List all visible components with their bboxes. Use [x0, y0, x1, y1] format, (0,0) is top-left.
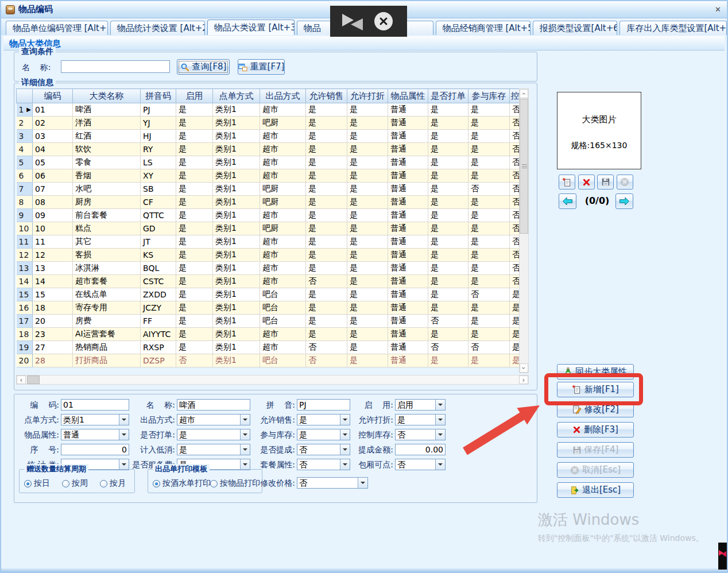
- table-cell[interactable]: 是: [176, 315, 213, 328]
- radio-option[interactable]: 按酒水单打印: [153, 478, 211, 489]
- row-number-cell[interactable]: 6: [17, 169, 33, 183]
- table-row[interactable]: 1414超市套餐CSTC是类别1超市否是普通是是否: [17, 275, 521, 288]
- table-cell[interactable]: 是: [306, 288, 347, 301]
- code-field[interactable]: 01: [61, 399, 129, 411]
- table-cell[interactable]: 是: [347, 235, 388, 249]
- tab-category[interactable]: 物品大类设置 [Alt+3]: [207, 20, 295, 35]
- table-cell[interactable]: 类别1: [213, 196, 260, 209]
- table-cell[interactable]: 是: [468, 328, 510, 341]
- column-header[interactable]: 拼音码: [141, 89, 176, 103]
- table-cell[interactable]: 类别1: [213, 249, 260, 262]
- table-cell[interactable]: 否: [468, 288, 510, 301]
- table-cell[interactable]: 水吧: [73, 183, 141, 196]
- table-cell[interactable]: 08: [33, 196, 73, 209]
- table-cell[interactable]: 是: [176, 143, 213, 156]
- produce-type-select[interactable]: 超市: [177, 414, 250, 425]
- table-cell[interactable]: QTTC: [141, 209, 176, 222]
- table-cell[interactable]: YJ: [141, 117, 176, 130]
- table-cell[interactable]: 超市: [260, 249, 306, 262]
- table-horizontal-scrollbar[interactable]: ‹ ›: [16, 375, 529, 385]
- commission-amt-field[interactable]: 0.00: [395, 444, 446, 455]
- table-cell[interactable]: JCZY: [141, 301, 176, 315]
- table-cell[interactable]: RXSP: [141, 341, 176, 354]
- table-cell[interactable]: 超市: [260, 156, 306, 169]
- table-row[interactable]: 1111其它JT是类别1超市是是普通是是否: [17, 235, 521, 249]
- table-cell[interactable]: 类别1: [213, 262, 260, 275]
- table-cell[interactable]: 是: [468, 315, 510, 328]
- image-add-button[interactable]: [559, 175, 575, 189]
- enabled-select[interactable]: 启用: [395, 399, 446, 411]
- table-cell[interactable]: 是: [347, 196, 388, 209]
- table-cell[interactable]: 厨房: [73, 196, 141, 209]
- table-cell[interactable]: 是: [428, 249, 468, 262]
- table-cell[interactable]: 类别1: [213, 235, 260, 249]
- table-row[interactable]: 1823AI运营套餐AIYYTC是类别1超市是是普通是是是: [17, 328, 521, 341]
- table-cell[interactable]: 是: [347, 288, 388, 301]
- order-type-select[interactable]: 类别1: [61, 414, 129, 425]
- table-row[interactable]: 202洋酒YJ是类别1吧厨是是普通是是否: [17, 117, 521, 130]
- table-cell[interactable]: 是: [306, 169, 347, 183]
- table-cell[interactable]: 23: [33, 328, 73, 341]
- table-cell[interactable]: 冰淇淋: [73, 262, 141, 275]
- cancel-button[interactable]: 取消[Esc]: [557, 462, 634, 478]
- table-cell[interactable]: 27: [33, 341, 73, 354]
- table-row[interactable]: 1618寄存专用JCZY是类别1吧台是是普通是是是: [17, 301, 521, 315]
- table-cell[interactable]: 是: [468, 262, 510, 275]
- table-cell[interactable]: PJ: [141, 103, 176, 117]
- exit-button[interactable]: 退出[Esc]: [557, 482, 634, 498]
- save-button[interactable]: 保存[F4]: [557, 442, 634, 458]
- table-cell[interactable]: 是: [306, 103, 347, 117]
- table-cell[interactable]: 是: [468, 301, 510, 315]
- table-cell[interactable]: 否: [428, 315, 468, 328]
- table-cell[interactable]: 是: [468, 169, 510, 183]
- table-cell[interactable]: 是: [176, 301, 213, 315]
- table-cell[interactable]: 13: [33, 262, 73, 275]
- table-cell[interactable]: 超市: [260, 275, 306, 288]
- table-cell[interactable]: 吧台: [260, 288, 306, 301]
- table-cell[interactable]: 是: [347, 143, 388, 156]
- table-cell[interactable]: 普通: [388, 288, 428, 301]
- chevron-down-icon[interactable]: [240, 429, 250, 440]
- radio-button-icon[interactable]: [153, 480, 160, 487]
- table-cell[interactable]: 否: [468, 341, 510, 354]
- recorder-corner-chip[interactable]: [718, 543, 727, 570]
- table-cell[interactable]: 普通: [388, 235, 428, 249]
- chevron-down-icon[interactable]: [358, 478, 367, 488]
- table-cell[interactable]: 类别1: [213, 341, 260, 354]
- table-cell[interactable]: 超市: [260, 235, 306, 249]
- table-cell[interactable]: 超市: [260, 130, 306, 143]
- table-row[interactable]: 606香烟XY是类别1超市是是普通是是否: [17, 169, 521, 183]
- table-cell[interactable]: 否: [468, 183, 510, 196]
- table-cell[interactable]: 普通: [388, 196, 428, 209]
- row-number-cell[interactable]: 15: [17, 288, 33, 301]
- table-cell[interactable]: 是: [468, 103, 510, 117]
- table-cell[interactable]: 超市: [260, 341, 306, 354]
- table-cell[interactable]: 是: [428, 209, 468, 222]
- table-cell[interactable]: 是: [306, 130, 347, 143]
- table-cell[interactable]: 04: [33, 143, 73, 156]
- table-cell[interactable]: JT: [141, 235, 176, 249]
- table-cell[interactable]: 是: [428, 288, 468, 301]
- table-cell[interactable]: 是: [428, 262, 468, 275]
- tab-unit-code[interactable]: 物品单位编码管理 [Alt+1]: [6, 21, 108, 35]
- table-cell[interactable]: 类别1: [213, 222, 260, 235]
- table-cell[interactable]: 普通: [388, 341, 428, 354]
- table-cell[interactable]: 是: [428, 103, 468, 117]
- radio-option[interactable]: 按日: [24, 478, 50, 489]
- table-row[interactable]: 1▶01啤酒PJ是类别1超市是是普通是是否: [17, 103, 521, 117]
- chevron-down-icon[interactable]: [435, 415, 445, 425]
- table-cell[interactable]: 是: [347, 222, 388, 235]
- table-cell[interactable]: 软饮: [73, 143, 141, 156]
- skip-icon[interactable]: [342, 13, 363, 30]
- name-field[interactable]: 啤酒: [177, 399, 250, 411]
- scroll-left-icon[interactable]: ‹: [17, 375, 26, 384]
- table-cell[interactable]: 吧厨: [260, 196, 306, 209]
- radio-button-icon[interactable]: [210, 480, 218, 487]
- table-cell[interactable]: 糕点: [73, 222, 141, 235]
- table-cell[interactable]: 是: [306, 222, 347, 235]
- table-row[interactable]: 505零食LS是类别1超市是是普通是是否: [17, 156, 521, 169]
- table-cell[interactable]: 零食: [73, 156, 141, 169]
- row-number-cell[interactable]: 3: [17, 130, 33, 143]
- tab-dealer[interactable]: 物品经销商管理 [Alt+5]: [436, 21, 530, 35]
- table-row[interactable]: 1927热销商品RXSP是类别1超市否是普通否否是: [17, 341, 521, 354]
